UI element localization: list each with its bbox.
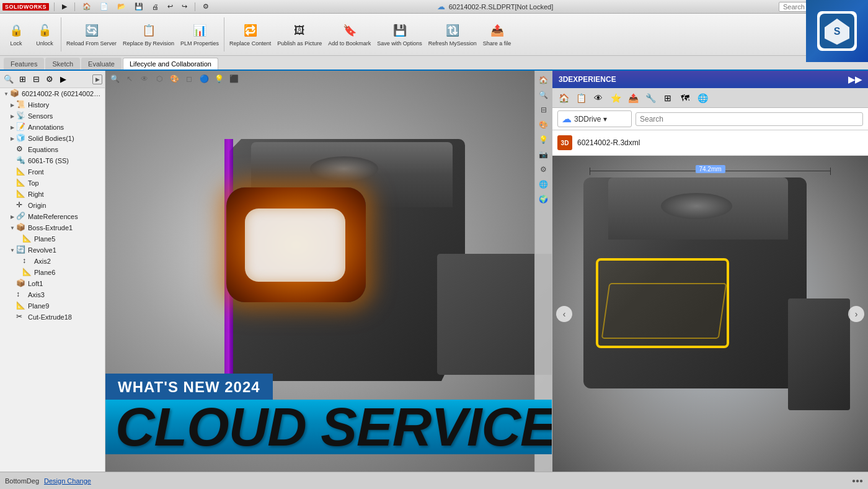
sidebar-settings-icon[interactable]: ⚙ [43,73,56,86]
save-options-button[interactable]: 💾 Save with Options [374,15,425,54]
panel-map-icon[interactable]: 🗺 [678,91,693,105]
vp-lights-icon[interactable]: 💡 [212,72,226,86]
menu-item-home[interactable]: 🏠 [80,2,94,11]
tree-item-sensors[interactable]: ▶ 📡 Sensors [0,110,105,122]
3d-viewport[interactable]: 🔍 ↖ 👁 ⬡ 🎨 ◻ 🔵 💡 ⬛ 🏠 🔍 ⊟ 🎨 💡 📷 ⚙ 🌐 🌍 [105,71,552,472]
refresh-button[interactable]: 🔃 Refresh MySession [426,15,479,54]
tree-item-material[interactable]: 🔩 6061-T6 (SS) [0,155,105,166]
tree-item-axis2[interactable]: ↕ Axis2 [0,256,105,267]
tree-item-axis3[interactable]: ↕ Axis3 [0,289,105,300]
panel-expand-button[interactable]: ▶▶ [848,74,862,84]
publish-button[interactable]: 🖼 Publish as Picture [275,15,324,54]
vp-display-icon[interactable]: 🎨 [167,72,181,86]
panel-eye-icon[interactable]: 👁 [591,91,606,105]
tree-item-cut-extrude18[interactable]: ✂ Cut-Extrude18 [0,312,105,323]
tree-item-right[interactable]: 📐 Right [0,189,105,200]
tree-item-solid-bodies[interactable]: ▶ 🧊 Solid Bodies(1) [0,133,105,144]
tree-item-origin[interactable]: ✛ Origin [0,200,105,211]
menu-item-new[interactable]: 📄 [97,2,111,11]
expand-icon: ▼ [9,224,16,231]
panel-share-icon[interactable]: 📤 [626,91,640,105]
view-lights-icon[interactable]: 💡 [537,133,551,146]
view-scene-icon[interactable]: 🌐 [537,177,551,191]
loft1-label: Loft1 [28,280,43,287]
panel-file-row[interactable]: 3D 60214002-R.3dxml [552,130,868,156]
expand-icon [9,168,16,176]
viewport-toolbar: 🔍 ↖ 👁 ⬡ 🎨 ◻ 🔵 💡 ⬛ [105,71,534,87]
panel-filter-icon[interactable]: 🔧 [643,91,658,105]
tab-evaluate[interactable]: Evaluate [81,58,122,70]
menu-item[interactable]: ▶ [60,2,69,11]
tree-item-equations[interactable]: ⚙ Equations [0,144,105,155]
tab-sketch[interactable]: Sketch [45,58,80,70]
view-section-icon[interactable]: ⊟ [537,103,551,117]
panel-list-icon[interactable]: 📋 [574,91,588,105]
view-orientation-icon[interactable]: 🏠 [537,73,551,87]
sensors-icon: 📡 [16,111,26,121]
view-zoom-icon[interactable]: 🔍 [537,88,551,102]
view-settings-icon[interactable]: ⚙ [537,163,551,176]
expand-icon: ▶ [9,123,16,131]
unlock-button[interactable]: 🔓 Unlock [31,15,58,54]
tree-item-loft1[interactable]: 📦 Loft1 [0,278,105,289]
vp-view-icon[interactable]: 👁 [138,72,151,86]
panel-nav-right-button[interactable]: › [848,306,864,322]
vp-rotate-icon[interactable]: 🔵 [197,72,211,86]
solidworks-logo: SOLIDWORKS [2,3,49,11]
reload-button[interactable]: 🔄 Reload From Server [64,15,119,54]
unlock-icon: 🔓 [36,22,53,39]
sidebar-filter-icon[interactable]: 🔍 [2,73,15,86]
expand-icon [9,157,16,164]
panel-search-input[interactable] [636,112,863,126]
add-bookmark-button[interactable]: 🔖 Add to Bookmark [326,15,373,54]
panel-globe-icon[interactable]: 🌐 [695,91,710,105]
panel-grid-icon[interactable]: ⊞ [660,91,675,105]
panel-star-icon[interactable]: ⭐ [608,91,623,105]
panel-nav-left-button[interactable]: ‹ [556,306,572,322]
sidebar-arrow-icon[interactable]: ▶ [57,73,69,86]
vp-select-icon[interactable]: ↖ [123,72,136,86]
bookmark-icon: 🔖 [341,22,358,39]
replace-content-button[interactable]: 🔁 Replace Content [227,15,273,54]
tab-features[interactable]: Features [4,58,44,70]
tree-item-boss-extrude1[interactable]: ▼ 📦 Boss-Extrude1 [0,222,105,233]
menu-item-print[interactable]: 🖨 [149,3,161,11]
sidebar: 🔍 ⊞ ⊟ ⚙ ▶ ▶ ▼ 📦 60214002-R (60214002) <D… [0,71,105,472]
vp-render-icon[interactable]: ⬛ [227,72,241,86]
menu-item-save[interactable]: 💾 [132,2,146,11]
panel-3d-view[interactable]: 74.2mm ‹ › [552,156,868,472]
lock-button[interactable]: 🔒 Lock [2,15,30,54]
menu-item-undo[interactable]: ↩ [165,2,175,11]
plm-icon: 📊 [191,22,208,39]
vp-hide-icon[interactable]: ◻ [182,72,196,86]
menu-item-open[interactable]: 📂 [115,2,128,11]
sidebar-expand-icon[interactable]: ⊞ [16,73,29,86]
replace-revision-button[interactable]: 📋 Replace By Revision [120,15,177,54]
tree-item-plane9[interactable]: 📐 Plane9 [0,300,105,312]
tree-item-plane5[interactable]: 📐 Plane5 [0,233,105,244]
vp-search-icon[interactable]: 🔍 [108,72,122,86]
tree-item-mate-refs[interactable]: ▶ 🔗 MateReferences [0,211,105,222]
tab-lifecycle[interactable]: Lifecycle and Collaboration [123,58,218,70]
tree-item-history[interactable]: ▶ 📜 History [0,99,105,110]
menu-item-options[interactable]: ⚙ [200,2,211,11]
share-button[interactable]: 📤 Share a file [480,15,514,54]
sidebar-collapse-icon[interactable]: ⊟ [30,73,42,86]
tree-item-front[interactable]: 📐 Front [0,166,105,177]
tree-item-annotations[interactable]: ▶ 📝 Annotations [0,122,105,133]
drive-selector[interactable]: ☁ 3DDrive ▾ [557,110,632,127]
tree-item-root[interactable]: ▼ 📦 60214002-R (60214002) <Display St... [0,88,105,99]
design-change-button[interactable]: Design Change [44,477,91,485]
view-camera-icon[interactable]: 📷 [537,148,551,161]
menu-item-redo[interactable]: ↪ [179,2,190,11]
view-display-icon[interactable]: 🎨 [537,118,551,132]
tree-item-top[interactable]: 📐 Top [0,177,105,189]
panel-home-icon[interactable]: 🏠 [556,91,571,105]
revolve1-label: Revolve1 [28,246,56,254]
view-globe-icon[interactable]: 🌍 [537,192,551,206]
sidebar-expand-arrow[interactable]: ▶ [92,74,102,84]
tree-item-revolve1[interactable]: ▼ 🔄 Revolve1 [0,244,105,256]
vp-section-icon[interactable]: ⬡ [153,72,166,86]
plm-button[interactable]: 📊 PLM Properties [178,15,221,54]
tree-item-plane6[interactable]: 📐 Plane6 [0,267,105,278]
